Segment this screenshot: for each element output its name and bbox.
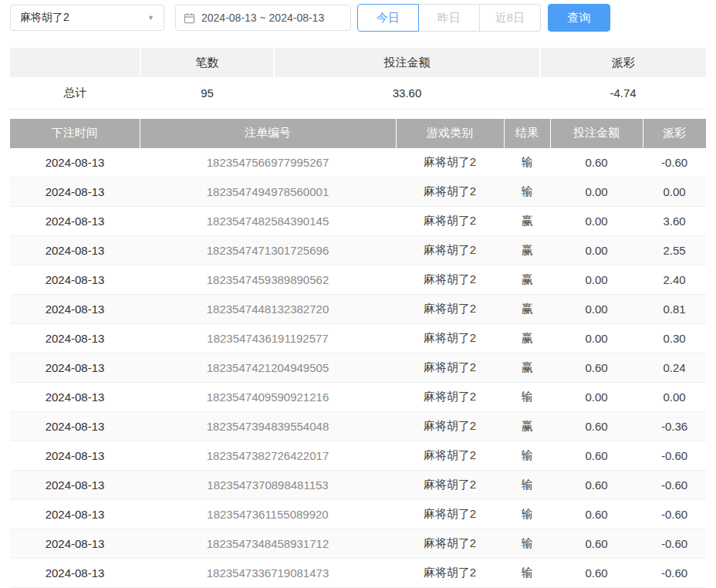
cell-result: 输	[504, 441, 550, 471]
header-game-type: 游戏类别	[396, 119, 504, 148]
bet-table-body: 2024-08-13 1823547566977995267 麻将胡了2 输 0…	[10, 148, 706, 588]
cell-result: 赢	[504, 412, 550, 441]
table-row: 2024-08-13 1823547348458931712 麻将胡了2 输 0…	[10, 529, 706, 559]
summary-count-value: 95	[140, 77, 274, 109]
cell-result: 输	[504, 471, 550, 500]
table-row: 2024-08-13 1823547409590921216 麻将胡了2 输 0…	[10, 383, 706, 412]
cell-payout: -0.60	[643, 500, 706, 529]
cell-result: 输	[504, 559, 550, 588]
table-row: 2024-08-13 1823547361155089920 麻将胡了2 输 0…	[10, 500, 706, 529]
cell-bet-amount: 0.00	[550, 177, 643, 207]
cell-result: 赢	[504, 207, 550, 236]
table-row: 2024-08-13 1823547471301725696 麻将胡了2 赢 0…	[10, 236, 706, 265]
cell-payout: -0.60	[643, 471, 706, 500]
cell-bet-amount: 0.60	[550, 353, 643, 383]
table-row: 2024-08-13 1823547336719081473 麻将胡了2 输 0…	[10, 559, 706, 588]
cell-bet-time: 2024-08-13	[10, 265, 140, 295]
table-row: 2024-08-13 1823547448132382720 麻将胡了2 赢 0…	[10, 295, 706, 324]
last8days-button[interactable]: 近8日	[479, 4, 541, 32]
cell-payout: 0.24	[643, 353, 706, 383]
cell-bet-id: 1823547361155089920	[140, 500, 396, 529]
game-select-value: 麻将胡了2	[20, 11, 69, 25]
cell-game-type: 麻将胡了2	[396, 236, 504, 265]
calendar-icon	[184, 12, 195, 24]
cell-game-type: 麻将胡了2	[396, 177, 504, 207]
cell-bet-id: 1823547448132382720	[140, 295, 396, 324]
cell-game-type: 麻将胡了2	[396, 383, 504, 412]
summary-total-row: 总计 95 33.60 -4.74	[10, 77, 706, 109]
page: 麻将胡了2 ▼ 2024-08-13 ~ 2024-08-13 今日 昨日 近8…	[0, 0, 716, 588]
bet-table: 下注时间 注单编号 游戏类别 结果 投注金额 派彩 2024-08-13 182…	[10, 119, 706, 588]
cell-game-type: 麻将胡了2	[396, 412, 504, 441]
date-range-picker[interactable]: 2024-08-13 ~ 2024-08-13	[175, 5, 351, 31]
table-row: 2024-08-13 1823547382726422017 麻将胡了2 输 0…	[10, 441, 706, 471]
cell-bet-amount: 0.60	[550, 559, 643, 588]
cell-payout: 2.55	[643, 236, 706, 265]
cell-bet-time: 2024-08-13	[10, 207, 140, 236]
header-payout: 派彩	[643, 119, 706, 148]
summary-bet-amount-value: 33.60	[274, 77, 540, 109]
cell-bet-amount: 0.60	[550, 471, 643, 500]
table-row: 2024-08-13 1823547459389890562 麻将胡了2 赢 0…	[10, 265, 706, 295]
cell-bet-time: 2024-08-13	[10, 412, 140, 441]
cell-game-type: 麻将胡了2	[396, 471, 504, 500]
cell-bet-time: 2024-08-13	[10, 177, 140, 207]
summary-table: 笔数 投注金额 派彩 总计 95 33.60 -4.74	[10, 48, 706, 110]
cell-game-type: 麻将胡了2	[396, 529, 504, 559]
date-shortcut-group: 今日 昨日 近8日	[357, 4, 541, 32]
cell-result: 赢	[504, 265, 550, 295]
cell-bet-amount: 0.00	[550, 236, 643, 265]
cell-payout: -0.36	[643, 412, 706, 441]
cell-bet-amount: 0.00	[550, 383, 643, 412]
cell-result: 赢	[504, 324, 550, 353]
cell-bet-amount: 0.00	[550, 324, 643, 353]
cell-result: 输	[504, 500, 550, 529]
cell-result: 赢	[504, 295, 550, 324]
cell-game-type: 麻将胡了2	[396, 265, 504, 295]
cell-bet-id: 1823547566977995267	[140, 148, 396, 177]
cell-result: 赢	[504, 353, 550, 383]
cell-bet-time: 2024-08-13	[10, 295, 140, 324]
table-row: 2024-08-13 1823547494978560001 麻将胡了2 输 0…	[10, 177, 706, 207]
cell-game-type: 麻将胡了2	[396, 559, 504, 588]
cell-payout: -0.60	[643, 559, 706, 588]
summary-header-count: 笔数	[140, 48, 274, 77]
today-button[interactable]: 今日	[357, 4, 419, 32]
cell-payout: 2.40	[643, 265, 706, 295]
cell-result: 赢	[504, 236, 550, 265]
header-result: 结果	[504, 119, 550, 148]
cell-bet-time: 2024-08-13	[10, 500, 140, 529]
toolbar: 麻将胡了2 ▼ 2024-08-13 ~ 2024-08-13 今日 昨日 近8…	[10, 4, 706, 32]
yesterday-button[interactable]: 昨日	[418, 4, 480, 32]
cell-payout: 3.60	[643, 207, 706, 236]
cell-payout: 0.81	[643, 295, 706, 324]
table-row: 2024-08-13 1823547566977995267 麻将胡了2 输 0…	[10, 148, 706, 177]
table-row: 2024-08-13 1823547370898481153 麻将胡了2 输 0…	[10, 471, 706, 500]
header-bet-id: 注单编号	[140, 119, 396, 148]
cell-game-type: 麻将胡了2	[396, 324, 504, 353]
query-button[interactable]: 查询	[548, 4, 610, 32]
cell-bet-amount: 0.60	[550, 412, 643, 441]
cell-bet-time: 2024-08-13	[10, 471, 140, 500]
cell-result: 输	[504, 148, 550, 177]
cell-bet-id: 1823547394839554048	[140, 412, 396, 441]
cell-result: 输	[504, 177, 550, 207]
cell-bet-id: 1823547494978560001	[140, 177, 396, 207]
chevron-down-icon: ▼	[147, 15, 154, 22]
cell-bet-time: 2024-08-13	[10, 236, 140, 265]
cell-bet-time: 2024-08-13	[10, 353, 140, 383]
cell-bet-id: 1823547482584390145	[140, 207, 396, 236]
header-bet-amount: 投注金额	[550, 119, 643, 148]
cell-bet-time: 2024-08-13	[10, 383, 140, 412]
cell-bet-id: 1823547459389890562	[140, 265, 396, 295]
game-select[interactable]: 麻将胡了2 ▼	[10, 5, 164, 31]
cell-bet-amount: 0.60	[550, 441, 643, 471]
table-row: 2024-08-13 1823547436191192577 麻将胡了2 赢 0…	[10, 324, 706, 353]
summary-header-bet-amount: 投注金额	[274, 48, 540, 77]
cell-bet-time: 2024-08-13	[10, 559, 140, 588]
table-row: 2024-08-13 1823547394839554048 麻将胡了2 赢 0…	[10, 412, 706, 441]
summary-total-label: 总计	[10, 77, 140, 109]
cell-game-type: 麻将胡了2	[396, 353, 504, 383]
table-row: 2024-08-13 1823547421204949505 麻将胡了2 赢 0…	[10, 353, 706, 383]
cell-bet-time: 2024-08-13	[10, 441, 140, 471]
